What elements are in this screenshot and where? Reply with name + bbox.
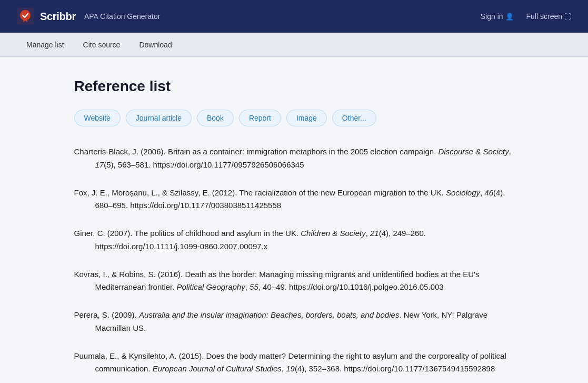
cite-source-label: Cite source <box>83 41 121 49</box>
source-type-list: Website Journal article Book Report Imag… <box>74 110 514 126</box>
cite-source-button[interactable]: Cite source <box>74 33 130 57</box>
header-actions: Sign in 👤 Full screen ⛶ <box>481 12 571 21</box>
manage-list-button[interactable]: Manage list <box>17 33 74 57</box>
table-row: Giner, C. (2007). The politics of childh… <box>74 227 514 253</box>
table-row: Puumala, E., & Kynsilehto, A. (2015). Do… <box>74 350 514 376</box>
table-row: Fox, J. E., Moroșanu, L., & Szilassy, E.… <box>74 186 514 213</box>
app-subtitle: APA Citation Generator <box>84 12 160 21</box>
source-type-report[interactable]: Report <box>239 110 281 126</box>
full-screen-link[interactable]: Full screen ⛶ <box>526 12 571 21</box>
main-content: Reference list Website Journal article B… <box>57 57 531 383</box>
download-button[interactable]: Download <box>129 33 181 57</box>
sign-in-link[interactable]: Sign in 👤 <box>481 12 514 21</box>
source-type-other[interactable]: Other... <box>332 110 376 126</box>
source-type-journal-article[interactable]: Journal article <box>126 110 192 126</box>
full-screen-label: Full screen <box>526 12 562 21</box>
source-type-book[interactable]: Book <box>197 110 234 126</box>
table-row: Kovras, I., & Robins, S. (2016). Death a… <box>74 268 514 294</box>
scribbr-logo-icon <box>17 8 34 25</box>
table-row: Perera, S. (2009). Australia and the ins… <box>74 309 514 335</box>
source-type-website[interactable]: Website <box>74 110 121 126</box>
table-row: Charteris-Black, J. (2006). Britain as a… <box>74 145 514 172</box>
user-icon: 👤 <box>505 13 514 21</box>
reference-list: Charteris-Black, J. (2006). Britain as a… <box>74 145 514 376</box>
sign-in-label: Sign in <box>481 12 503 21</box>
brand-name: Scribbr <box>40 11 76 23</box>
manage-list-label: Manage list <box>26 41 64 49</box>
fullscreen-icon: ⛶ <box>564 13 571 21</box>
download-label: Download <box>139 41 172 49</box>
source-type-image[interactable]: Image <box>286 110 327 126</box>
brand-area: Scribbr APA Citation Generator <box>17 8 160 25</box>
toolbar: Manage list Cite source Download <box>0 33 588 57</box>
page-title: Reference list <box>74 78 514 95</box>
app-header: Scribbr APA Citation Generator Sign in 👤… <box>0 0 588 33</box>
